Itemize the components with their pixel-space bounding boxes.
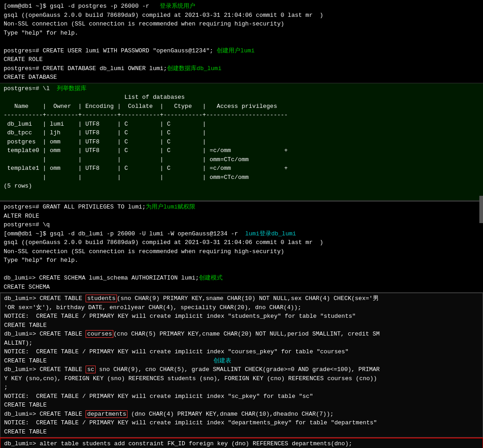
line-41-sc: db_lumi=> CREATE TABLE sc sno CHAR(9), c… [2, 365, 481, 374]
line-31: db_lumi=> CREATE SCHEMA lumi_schema AUTH… [2, 274, 481, 283]
line-38: ALLINT); [2, 339, 481, 348]
line-32: CREATE SCHEMA [2, 283, 481, 292]
line-13: -----------+---------+----------+-------… [2, 111, 481, 120]
line-29: Type "help" for help. [2, 256, 481, 265]
line-9: CREATE DATABASE [2, 73, 481, 82]
line-24: ALTER ROLE [2, 212, 481, 221]
line-1: [omm@db1 ~]$ gsql -d postgres -p 26000 -… [2, 2, 481, 11]
line-10: postgres=# \l 列举数据库 [2, 84, 481, 93]
line-35: NOTICE: CREATE TABLE / PRIMARY KEY will … [2, 312, 481, 321]
line-43: ; [2, 383, 481, 392]
line-26: [omm@db1 ~]$ gsql -d db_lumi -p 26000 -U… [2, 229, 481, 239]
line-37-courses: db_lumi=> CREATE TABLE courses(cno CHAR(… [2, 330, 481, 339]
line-47: NOTICE: CREATE TABLE / PRIMARY KEY will … [2, 418, 481, 428]
line-15: db_tpcc | ljh | UTF8 | C | C | [2, 128, 481, 137]
scrollbar[interactable] [479, 196, 483, 223]
line-30 [2, 265, 481, 274]
line-46-departments: db_lumi=> CREATE TABLE departments (dno … [2, 410, 481, 419]
line-8: postgres=# CREATE DATABASE db_lumi OWNER… [2, 64, 481, 73]
line-36: CREATE TABLE [2, 321, 481, 330]
line-25: postgres=# \q [2, 220, 481, 229]
line-19: template1 | omm | UTF8 | C | C | =c/omm … [2, 164, 481, 173]
line-14: db_lumi | lumi | UTF8 | C | C | [2, 120, 481, 129]
line-6: postgres=# CREATE USER lumi WITH PASSWOR… [2, 46, 481, 56]
line-16: postgres | omm | UTF8 | C | C | [2, 137, 481, 147]
line-20: | | | | | omm=CTc/omm [2, 173, 481, 182]
line-17: template0 | omm | UTF8 | C | C | =c/omm … [2, 146, 481, 155]
line-4: Type "help" for help. [2, 29, 481, 38]
line-44: NOTICE: CREATE TABLE / PRIMARY KEY will … [2, 392, 481, 401]
terminal-content: [omm@db1 ~]$ gsql -d postgres -p 26000 -… [0, 0, 483, 448]
line-3: Non-SSL connection (SSL connection is re… [2, 20, 481, 29]
terminal-window: [omm@db1 ~]$ gsql -d postgres -p 26000 -… [0, 0, 483, 448]
line-49: db_lumi=> alter table students add const… [2, 439, 481, 448]
line-23: postgres=# GRANT ALL PRIVILEGES TO lumi;… [2, 203, 481, 212]
line-34: 'OR sex='女'), birthday DATE, enrollyear … [2, 303, 481, 312]
line-2: gsql ((openGauss 2.0.0 build 78689da9) c… [2, 11, 481, 20]
line-27: gsql ((openGauss 2.0.0 build 78689da9) c… [2, 238, 481, 247]
line-21: (5 rows) [2, 182, 481, 191]
line-11: List of databases [2, 93, 481, 102]
line-48: CREATE TABLE [2, 428, 481, 437]
line-40: CREATE TABLE 创建表 [2, 356, 481, 366]
line-42: Y KEY (sno,cno), FOREIGN KEY (sno) REFER… [2, 374, 481, 383]
line-12: Name | Owner | Encoding | Collate | Ctyp… [2, 102, 481, 111]
line-39: NOTICE: CREATE TABLE / PRIMARY KEY will … [2, 347, 481, 356]
line-28: Non-SSL connection (SSL connection is re… [2, 247, 481, 256]
line-33-students: db_lumi=> CREATE TABLE students(sno CHAR… [2, 294, 481, 303]
line-7: CREATE ROLE [2, 55, 481, 64]
line-45: CREATE TABLE [2, 401, 481, 410]
line-18: | | | | | omm=CTc/omm [2, 155, 481, 164]
line-22 [2, 191, 481, 200]
line-5 [2, 37, 481, 46]
